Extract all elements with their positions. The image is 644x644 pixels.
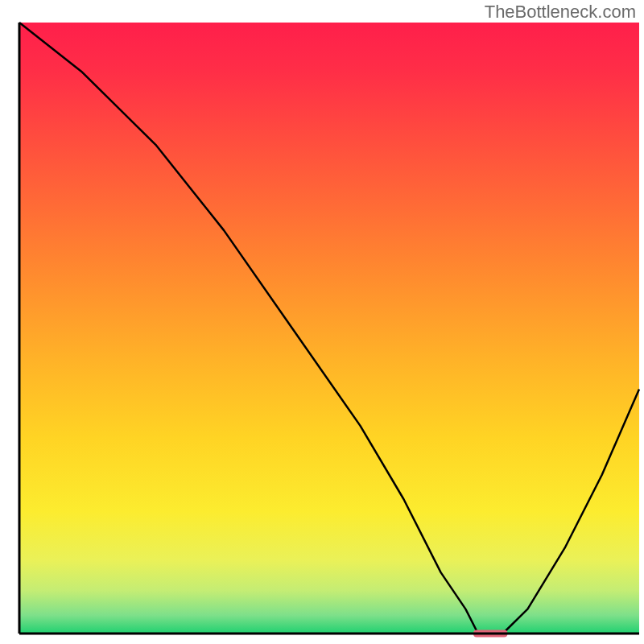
watermark-label: TheBottleneck.com (485, 2, 636, 23)
bottleneck-chart: TheBottleneck.com (0, 0, 644, 644)
plot-background (19, 23, 639, 634)
chart-svg (0, 0, 644, 644)
